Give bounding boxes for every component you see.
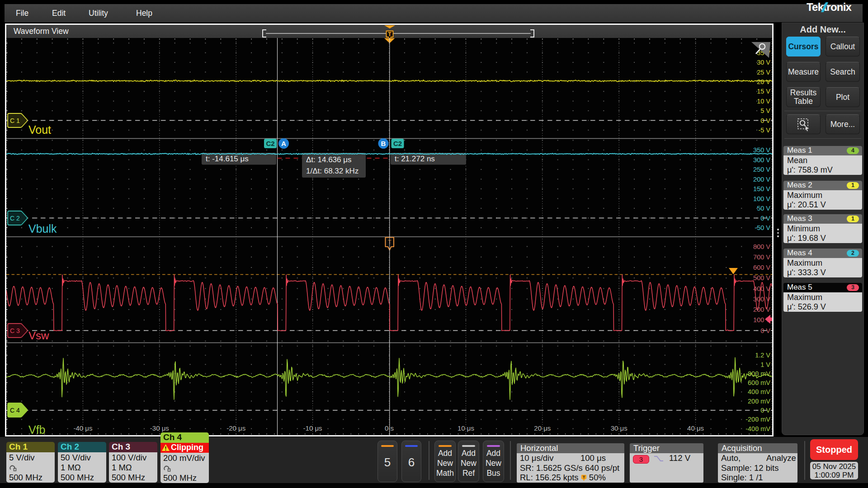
svg-text:-50 V: -50 V xyxy=(755,224,770,231)
svg-text:0 V: 0 V xyxy=(760,407,770,414)
svg-text:10 V: 10 V xyxy=(757,98,770,105)
svg-text:25 V: 25 V xyxy=(757,69,770,76)
svg-text:10 μs: 10 μs xyxy=(458,424,474,432)
svg-text:100 V: 100 V xyxy=(753,195,770,202)
svg-text:800 mV: 800 mV xyxy=(748,370,770,377)
svg-text:Vsw: Vsw xyxy=(28,329,49,342)
svg-text:Vout: Vout xyxy=(28,123,51,136)
svg-text:1 V: 1 V xyxy=(760,361,770,368)
svg-text:t: 21.272 ns: t: 21.272 ns xyxy=(395,155,435,163)
svg-text:C 3: C 3 xyxy=(10,327,20,334)
svg-text:B: B xyxy=(381,140,386,147)
svg-text:400 mV: 400 mV xyxy=(748,388,770,395)
svg-text:C 1: C 1 xyxy=(10,117,20,124)
svg-text:600 mV: 600 mV xyxy=(748,379,770,386)
svg-text:A: A xyxy=(281,140,286,147)
svg-text:40 μs: 40 μs xyxy=(687,424,704,432)
svg-text:800 V: 800 V xyxy=(753,243,770,250)
svg-text:200 V: 200 V xyxy=(753,176,770,183)
svg-text:500 V: 500 V xyxy=(753,274,770,282)
svg-text:20 V: 20 V xyxy=(757,78,770,85)
svg-text:0 s: 0 s xyxy=(385,424,394,432)
svg-text:300 V: 300 V xyxy=(753,156,770,164)
svg-text:-40 μs: -40 μs xyxy=(73,424,92,432)
svg-text:Vfb: Vfb xyxy=(28,423,46,435)
svg-text:-30 μs: -30 μs xyxy=(150,424,169,432)
svg-text:0 V: 0 V xyxy=(760,117,770,124)
svg-text:150 V: 150 V xyxy=(753,185,770,192)
svg-text:Δt: 14.636 μs: Δt: 14.636 μs xyxy=(306,155,352,164)
svg-text:T: T xyxy=(582,475,585,479)
svg-text:Tektronix: Tektronix xyxy=(807,1,852,13)
svg-text:250 V: 250 V xyxy=(753,166,770,173)
svg-text:C2: C2 xyxy=(266,140,274,147)
svg-text:400 V: 400 V xyxy=(753,285,770,292)
svg-text:300 V: 300 V xyxy=(753,296,770,303)
svg-text:30 μs: 30 μs xyxy=(611,424,627,432)
svg-text:200 mV: 200 mV xyxy=(748,398,770,405)
svg-text:-5 V: -5 V xyxy=(758,127,770,134)
svg-text:-20 μs: -20 μs xyxy=(226,424,245,432)
svg-text:20 μs: 20 μs xyxy=(534,424,551,432)
svg-text:0 V: 0 V xyxy=(760,327,770,334)
svg-text:C 4: C 4 xyxy=(10,407,20,414)
svg-text:-10 μs: -10 μs xyxy=(303,424,322,432)
svg-text:-400 mV: -400 mV xyxy=(745,425,770,432)
svg-text:0 V: 0 V xyxy=(760,215,770,222)
svg-text:15 V: 15 V xyxy=(757,88,770,95)
svg-text:50 V: 50 V xyxy=(757,205,770,212)
svg-text:t: -14.615 μs: t: -14.615 μs xyxy=(206,155,249,163)
svg-text:700 V: 700 V xyxy=(753,253,770,261)
svg-text:5 V: 5 V xyxy=(760,107,770,114)
svg-text:1/Δt: 68.32 kHz: 1/Δt: 68.32 kHz xyxy=(306,167,359,175)
svg-text:1.2 V: 1.2 V xyxy=(755,352,770,359)
svg-text:C2: C2 xyxy=(393,140,402,147)
svg-text:200 V: 200 V xyxy=(753,306,770,313)
svg-text:Vbulk: Vbulk xyxy=(28,222,57,235)
svg-text:C 2: C 2 xyxy=(10,215,20,222)
svg-text:350 V: 350 V xyxy=(753,146,770,154)
svg-text:-200 mV: -200 mV xyxy=(745,416,770,423)
svg-text:600 V: 600 V xyxy=(753,264,770,271)
svg-text:T: T xyxy=(388,31,392,38)
svg-text:30 V: 30 V xyxy=(757,59,770,66)
